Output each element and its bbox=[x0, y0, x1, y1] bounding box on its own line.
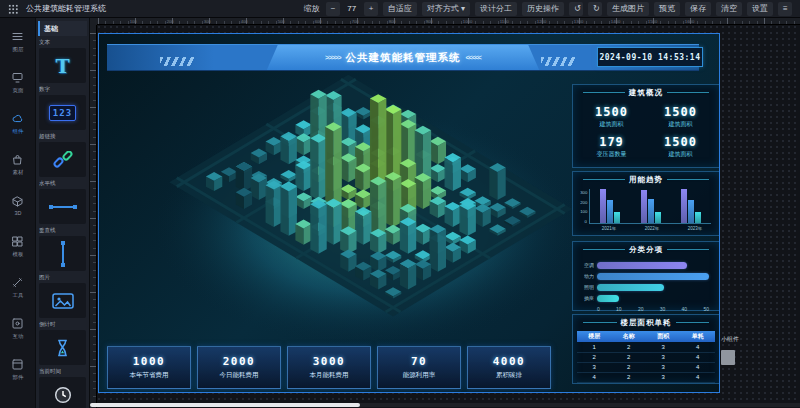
classification-panel[interactable]: 分类分项 空调动力照明插座 01020304050 bbox=[572, 241, 720, 311]
horizontal-line-icon bbox=[49, 205, 77, 209]
building-overview-panel[interactable]: 建筑概况 1500 建筑面积 1500 建筑面积 179 变压器数量 bbox=[572, 84, 720, 168]
ruler-number: 600 bbox=[315, 18, 322, 23]
workspace: 1002003004005006007008009001000110012001… bbox=[90, 18, 800, 408]
stat-card-utilization[interactable]: 70 能源利用率 bbox=[377, 346, 461, 389]
ruler-number: 1600 bbox=[685, 18, 694, 23]
component-text[interactable]: 文本 T bbox=[39, 38, 86, 83]
card-label: 今日能耗费用 bbox=[220, 371, 259, 380]
panel-title-text: 建筑概况 bbox=[629, 88, 663, 98]
generate-image-button[interactable]: 生成图片 bbox=[607, 2, 649, 16]
text-component-icon: T bbox=[55, 55, 69, 77]
menu-icon[interactable]: ≡ bbox=[778, 2, 792, 16]
save-button[interactable]: 保存 bbox=[685, 2, 711, 16]
stat-card-yearly-savings[interactable]: 1000 本年节省费用 bbox=[107, 346, 191, 389]
zoom-value[interactable]: 77 bbox=[345, 4, 359, 13]
mini-widget[interactable]: 小组件 bbox=[721, 327, 739, 365]
table-header-row: 楼层 名称 面积 单耗 bbox=[577, 331, 715, 342]
component-image[interactable]: 图片 bbox=[39, 273, 86, 318]
rail-item-label: 工具 bbox=[12, 291, 23, 299]
horizontal-scrollbar-track bbox=[90, 403, 800, 407]
stat-card-carbon[interactable]: 4000 累积碳排 bbox=[467, 346, 551, 389]
horizontal-scrollbar-thumb[interactable] bbox=[90, 403, 360, 407]
column-header: 楼层 bbox=[577, 331, 612, 342]
datetime-display[interactable]: 2024-09-10 14:53:14 bbox=[597, 47, 703, 67]
component-countdown[interactable]: 倒计时 bbox=[39, 320, 86, 365]
component-label: 超链接 bbox=[39, 132, 82, 140]
x-tick-label: 30 bbox=[660, 306, 666, 312]
editor-screen: 公共建筑能耗管理系统 缩放 − 77 + 自适应 对齐方式 ▾ 设计分工 历史操… bbox=[0, 0, 800, 408]
column-header: 面积 bbox=[646, 331, 681, 342]
stat-cell: 179 变压器数量 bbox=[577, 135, 646, 159]
classify-bar bbox=[597, 284, 664, 291]
classify-bar bbox=[597, 262, 687, 269]
trend-bar-chart: 3002001000 bbox=[573, 186, 719, 224]
ruler-vertical bbox=[90, 25, 97, 408]
dashboard-title: 公共建筑能耗管理系统 bbox=[346, 51, 461, 65]
design-canvas[interactable]: >>>>> 公共建筑能耗管理系统 <<<<< 2024-09-10 14:53:… bbox=[98, 33, 720, 393]
stat-value: 1500 bbox=[577, 105, 646, 119]
stat-label: 建筑面积 bbox=[646, 120, 715, 129]
energy-trend-panel[interactable]: 用能趋势 3002001000 2021年2022年2023年 bbox=[572, 171, 720, 236]
trend-bar bbox=[641, 190, 647, 223]
x-tick-label: 40 bbox=[682, 306, 688, 312]
rail-item-label: 图层 bbox=[12, 45, 23, 53]
rail-item-pages[interactable]: 页面 bbox=[0, 62, 35, 103]
trend-bar bbox=[695, 212, 701, 223]
component-label: 倒计时 bbox=[39, 320, 82, 328]
rail-item-assets[interactable]: 素材 bbox=[0, 144, 35, 185]
y-tick-label: 100 bbox=[580, 209, 587, 214]
rail-item-interaction[interactable]: 互动 bbox=[0, 308, 35, 349]
clear-button[interactable]: 清空 bbox=[716, 2, 742, 16]
stat-label: 建筑面积 bbox=[646, 150, 715, 159]
settings-button[interactable]: 设置 bbox=[747, 2, 773, 16]
stat-card-today-cost[interactable]: 2000 今日能耗费用 bbox=[197, 346, 281, 389]
card-label: 能源利用率 bbox=[403, 371, 436, 380]
fit-button[interactable]: 自适应 bbox=[383, 2, 417, 16]
apps-grid-icon[interactable] bbox=[8, 4, 18, 14]
arrows-right-icon: >>>>> bbox=[325, 54, 340, 61]
classify-bar bbox=[597, 295, 619, 302]
component-current-time[interactable]: 当前时间 bbox=[39, 367, 86, 408]
stat-card-month-cost[interactable]: 3000 本月能耗费用 bbox=[287, 346, 371, 389]
design-division-button[interactable]: 设计分工 bbox=[475, 2, 517, 16]
history-button[interactable]: 历史操作 bbox=[522, 2, 564, 16]
rail-item-3d[interactable]: 3D bbox=[0, 185, 35, 226]
zoom-out-button[interactable]: − bbox=[326, 2, 340, 16]
topbar: 公共建筑能耗管理系统 缩放 − 77 + 自适应 对齐方式 ▾ 设计分工 历史操… bbox=[0, 0, 800, 18]
bag-icon bbox=[11, 153, 24, 166]
component-section-header: 基础 bbox=[38, 21, 87, 36]
component-vertical-line[interactable]: 垂直线 bbox=[39, 226, 86, 271]
trend-bar bbox=[648, 199, 654, 223]
redo-icon[interactable]: ↻ bbox=[588, 2, 602, 16]
mini-widget-thumbnail[interactable] bbox=[721, 350, 735, 365]
ruler-number: 900 bbox=[426, 18, 433, 23]
component-horizontal-line[interactable]: 水平线 bbox=[39, 179, 86, 224]
trend-x-labels: 2021年2022年2023年 bbox=[573, 224, 719, 231]
vertical-line-icon bbox=[61, 241, 65, 267]
layers-icon bbox=[11, 30, 24, 43]
ruler-number: 1100 bbox=[500, 18, 509, 23]
undo-icon[interactable]: ↺ bbox=[569, 2, 583, 16]
rail-item-templates[interactable]: 模板 bbox=[0, 226, 35, 267]
card-value: 4000 bbox=[493, 355, 526, 368]
rail-item-layers[interactable]: 图层 bbox=[0, 21, 35, 62]
rail-item-tools[interactable]: 工具 bbox=[0, 267, 35, 308]
zoom-in-button[interactable]: + bbox=[364, 2, 378, 16]
ruler-number: 300 bbox=[204, 18, 211, 23]
floor-consumption-panel[interactable]: 楼层面积单耗 楼层 名称 面积 单耗 1234 bbox=[572, 314, 720, 384]
classify-bar bbox=[597, 273, 709, 280]
ruler-number: 500 bbox=[278, 18, 285, 23]
ruler-number: 1500 bbox=[648, 18, 657, 23]
stat-cell: 1500 建筑面积 bbox=[646, 105, 715, 129]
rail-item-label: 组件 bbox=[12, 127, 23, 135]
card-label: 本月能耗费用 bbox=[310, 371, 349, 380]
component-hyperlink[interactable]: 超链接 bbox=[39, 132, 86, 177]
rail-item-widgets[interactable]: 部件 bbox=[0, 349, 35, 390]
rail-item-label: 互动 bbox=[12, 332, 23, 340]
banner-stripes-left bbox=[160, 57, 194, 66]
ruler-number: 1400 bbox=[611, 18, 620, 23]
component-number[interactable]: 数字 123 bbox=[39, 85, 86, 130]
align-dropdown[interactable]: 对齐方式 ▾ bbox=[422, 2, 470, 16]
rail-item-components[interactable]: 组件 bbox=[0, 103, 35, 144]
preview-button[interactable]: 预览 bbox=[654, 2, 680, 16]
